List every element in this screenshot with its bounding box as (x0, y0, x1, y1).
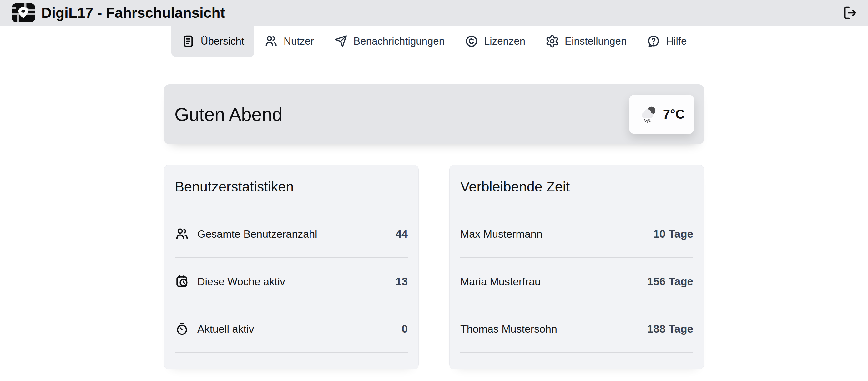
days-remaining: 188 Tage (647, 322, 693, 335)
tab-einstellungen[interactable]: Einstellungen (535, 26, 637, 57)
tab-benachrichtigungen[interactable]: Benachrichtigungen (324, 26, 455, 57)
tab-label: Einstellungen (565, 35, 627, 47)
logout-button[interactable] (841, 4, 859, 22)
stats-cards-row: Benutzerstatistiken Gesamte Benutzeranza… (164, 165, 704, 370)
weather-widget: 7°C (629, 95, 694, 134)
users-icon (175, 227, 189, 241)
logout-icon (842, 5, 858, 21)
app-header: DigiL17 - Fahrschulansicht (0, 0, 868, 26)
days-remaining: 156 Tage (647, 275, 693, 288)
copyright-icon (465, 34, 478, 48)
stat-row-aktuell-aktiv: Aktuell aktiv 0 (175, 305, 408, 353)
card-verbleibende-zeit: Verbleibende Zeit Max Mustermann 10 Tage… (449, 165, 704, 370)
tab-label: Lizenzen (484, 35, 525, 47)
temperature-value: 7°C (663, 107, 685, 122)
page-title: DigiL17 - Fahrschulansicht (41, 4, 225, 21)
users-icon (264, 34, 278, 48)
tab-label: Hilfe (666, 35, 687, 47)
stat-value: 13 (396, 275, 408, 288)
gear-icon (545, 34, 559, 48)
time-row-max-mustermann: Max Mustermann 10 Tage (460, 210, 693, 258)
send-paper-plane-icon (334, 34, 348, 48)
time-row-maria-musterfrau: Maria Musterfrau 156 Tage (460, 258, 693, 305)
timer-icon (175, 322, 189, 336)
tab-uebersicht[interactable]: Übersicht (172, 26, 254, 57)
user-name: Thomas Mustersohn (460, 323, 557, 335)
card-title: Benutzerstatistiken (175, 179, 408, 195)
stat-label: Aktuell aktiv (197, 323, 254, 335)
map-pin-logo-icon (11, 3, 36, 23)
calendar-clock-icon (175, 274, 189, 288)
stat-value: 44 (396, 228, 408, 240)
stat-label: Diese Woche aktiv (197, 275, 285, 288)
main-nav: Übersicht Nutzer Benachrichtigungen (0, 26, 868, 57)
stat-value: 0 (402, 322, 408, 335)
tab-lizenzen[interactable]: Lizenzen (455, 26, 535, 57)
stat-row-gesamte-benutzeranzahl: Gesamte Benutzeranzahl 44 (175, 210, 408, 258)
app-logo (11, 3, 36, 23)
main-content: Guten Abend 7°C (164, 84, 704, 370)
rain-cloud-moon-icon (639, 104, 659, 125)
user-name: Max Mustermann (460, 228, 542, 240)
card-benutzerstatistiken: Benutzerstatistiken Gesamte Benutzeranza… (164, 165, 419, 370)
card-title: Verbleibende Zeit (460, 179, 693, 195)
tab-label: Benachrichtigungen (353, 35, 445, 47)
stat-label: Gesamte Benutzeranzahl (197, 228, 317, 240)
tab-label: Nutzer (284, 35, 314, 47)
days-remaining: 10 Tage (653, 228, 693, 240)
time-row-thomas-mustersohn: Thomas Mustersohn 188 Tage (460, 305, 693, 353)
tab-label: Übersicht (201, 35, 244, 47)
overview-notebook-icon (181, 34, 195, 48)
tab-hilfe[interactable]: Hilfe (637, 26, 696, 57)
tab-nutzer[interactable]: Nutzer (254, 26, 324, 57)
greeting-text: Guten Abend (175, 104, 282, 125)
user-name: Maria Musterfrau (460, 275, 540, 288)
greeting-card: Guten Abend 7°C (164, 84, 704, 144)
stat-row-diese-woche-aktiv: Diese Woche aktiv 13 (175, 258, 408, 305)
help-speech-bubble-icon (647, 34, 660, 48)
